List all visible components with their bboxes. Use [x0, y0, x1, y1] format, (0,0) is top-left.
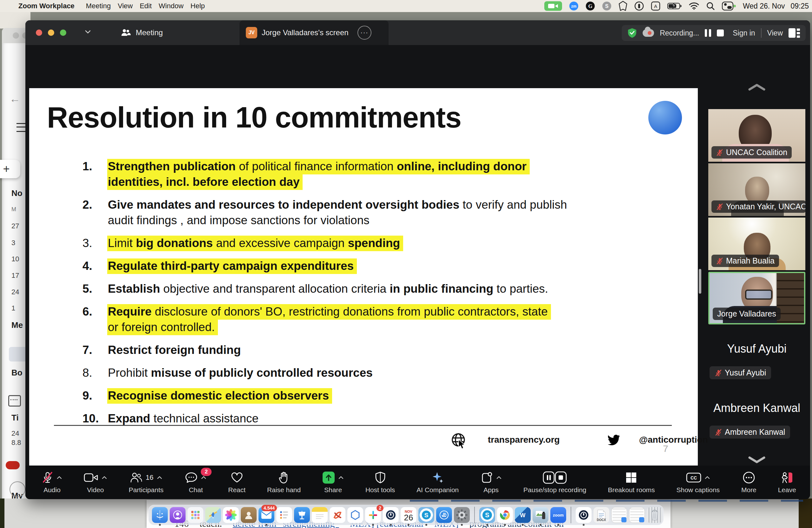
dock-item-contacts[interactable]: [241, 507, 257, 523]
wifi-icon[interactable]: [689, 1, 699, 11]
dock-item-slack[interactable]: 2: [365, 507, 381, 523]
battery-icon[interactable]: [667, 1, 682, 11]
scrollbar[interactable]: [699, 269, 701, 294]
video-tile-4[interactable]: Jorge Valladares: [708, 272, 805, 324]
toolbar-share-button[interactable]: Share: [322, 471, 344, 494]
obsidian-icon[interactable]: [619, 1, 627, 11]
dock-divider: [571, 507, 571, 523]
toolbar-button-label: Show captions: [676, 486, 720, 494]
screen-recording-icon[interactable]: [544, 1, 562, 11]
view-button[interactable]: View: [767, 29, 783, 38]
dock-item-word[interactable]: W: [515, 507, 531, 523]
dock-item-keynote[interactable]: [294, 507, 310, 523]
toolbar-show-captions-button[interactable]: CCShow captions: [676, 471, 720, 494]
dock-item-window2[interactable]: [629, 507, 645, 523]
menu-item-edit[interactable]: Edit: [140, 2, 151, 10]
mic-muted-icon: [716, 257, 724, 265]
dock-item-launchpad[interactable]: [187, 507, 203, 523]
menu-item-view[interactable]: View: [118, 2, 133, 10]
menu-time[interactable]: 09:25: [791, 2, 809, 11]
toolbar-host-tools-button[interactable]: Host tools: [365, 471, 395, 494]
zoom-fullscreen-button[interactable]: [60, 29, 66, 36]
dock-item-craft[interactable]: [330, 507, 345, 523]
dock-item-onepassword2[interactable]: [576, 507, 592, 523]
dock-item-reminders[interactable]: [276, 507, 292, 523]
dock-item-hexagon[interactable]: [347, 507, 363, 523]
background-sidebar-text: 8.8: [11, 439, 21, 447]
toolbar-pause-stop-recording-button[interactable]: Pause/stop recording: [523, 471, 586, 494]
tab-shared-screen[interactable]: JV Jorge Valladares's screen ···: [240, 20, 389, 45]
toolbar-chat-button[interactable]: 2Chat: [185, 471, 206, 494]
zoom-app-icon[interactable]: zm: [569, 1, 579, 11]
dock-item-maps[interactable]: [205, 507, 221, 523]
toolbar-video-button[interactable]: Video: [84, 471, 107, 494]
dock-item-preview[interactable]: [533, 507, 548, 523]
control-center-icon[interactable]: [722, 1, 736, 11]
dock-item-mail[interactable]: 4.544: [259, 507, 274, 523]
dock-item-zoom[interactable]: zoom: [550, 507, 566, 523]
menu-date[interactable]: Wed 26. Nov: [743, 2, 785, 11]
hamburger-menu-icon[interactable]: [16, 123, 26, 132]
toolbar-breakout-rooms-button[interactable]: Breakout rooms: [608, 471, 655, 494]
add-button[interactable]: +: [0, 160, 20, 178]
menu-item-meeting[interactable]: Meeting: [86, 2, 111, 10]
toolbar-apps-button[interactable]: Apps: [480, 471, 502, 494]
toolbar-react-button[interactable]: React: [228, 471, 246, 494]
view-layout-icon[interactable]: [788, 28, 800, 38]
toolbar-leave-button[interactable]: Leave: [778, 471, 796, 494]
dock-item-notes[interactable]: [312, 507, 328, 523]
chevron-up-icon[interactable]: [496, 476, 502, 480]
slide-blue-circle: [648, 101, 682, 134]
dock-item-finder[interactable]: [152, 507, 168, 523]
dock-item-skype[interactable]: S: [479, 507, 495, 523]
menu-app-name[interactable]: Zoom Workplace: [18, 2, 74, 10]
chevron-up-icon[interactable]: [705, 476, 710, 480]
dock-item-docx[interactable]: DOCX: [593, 507, 609, 523]
toolbar-audio-button[interactable]: Audio: [42, 471, 62, 494]
stop-recording-icon[interactable]: [717, 29, 724, 36]
audio-participant-2[interactable]: Ambreen KanwalAmbreen Kanwal: [706, 401, 808, 439]
chevron-up-icon[interactable]: [102, 476, 107, 480]
dock-item-window1[interactable]: [611, 507, 627, 523]
video-tile-2[interactable]: Yonatan Yakir, UNCAC C...: [708, 163, 805, 216]
dock-item-chrome[interactable]: [497, 507, 513, 523]
chevron-up-icon[interactable]: [201, 476, 206, 480]
minimize-button[interactable]: [48, 29, 54, 36]
tab-options-icon[interactable]: ···: [358, 26, 372, 40]
pause-recording-icon[interactable]: [705, 29, 711, 37]
grammarly-icon[interactable]: G: [585, 1, 595, 11]
chevron-up-icon[interactable]: [56, 476, 62, 480]
dock-item-appstore[interactable]: [436, 507, 452, 523]
toolbar-raise-hand-button[interactable]: Raise hand: [267, 471, 301, 494]
video-tile-3[interactable]: Mariah Bualia: [708, 218, 805, 270]
spotlight-icon[interactable]: [706, 1, 715, 11]
toolbar-ai-companion-button[interactable]: AI Companion: [417, 471, 459, 494]
toolbar-participants-button[interactable]: 16Participants: [129, 471, 164, 494]
input-source-icon[interactable]: A: [651, 1, 661, 11]
video-tile-1[interactable]: UNCAC Coalition: [708, 109, 805, 162]
dock-item-trash[interactable]: [647, 507, 663, 523]
menu-item-window[interactable]: Window: [159, 2, 183, 10]
tab-meeting[interactable]: Meeting: [120, 20, 163, 45]
shortcuts-icon[interactable]: S: [602, 1, 611, 11]
audio-participant-1[interactable]: Yusuf AyubiYusuf Ayubi: [706, 342, 808, 379]
dock-item-photos[interactable]: [223, 507, 239, 523]
avatar: JV: [246, 27, 257, 38]
dock-item-settings[interactable]: [454, 507, 470, 523]
chevron-down-icon[interactable]: [84, 29, 92, 35]
chevron-up-icon[interactable]: [157, 476, 162, 480]
sign-in-button[interactable]: Sign in: [733, 29, 755, 38]
toolbar-more-button[interactable]: More: [741, 471, 756, 494]
audio-participant-label: Ambreen Kanwal: [725, 427, 785, 437]
dock-item-onepassword[interactable]: [383, 507, 399, 523]
back-arrow-icon[interactable]: ←: [10, 92, 20, 105]
participants-scroll-up-icon[interactable]: [706, 83, 808, 94]
dock-item-podcasts[interactable]: [170, 507, 186, 523]
menu-item-help[interactable]: Help: [191, 2, 205, 10]
security-shield-icon[interactable]: [627, 28, 637, 38]
dock-item-calendar[interactable]: NOV26: [401, 507, 417, 523]
chevron-up-icon[interactable]: [338, 476, 344, 480]
dock-item-skype-s[interactable]: S: [418, 507, 434, 523]
one-password-icon[interactable]: [634, 1, 644, 11]
close-button[interactable]: [36, 29, 42, 36]
